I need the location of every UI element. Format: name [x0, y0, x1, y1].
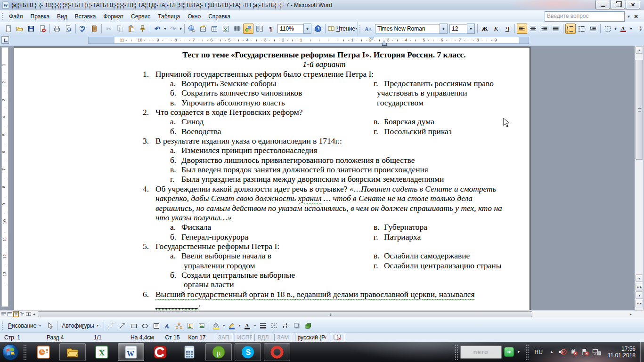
insert-table-button[interactable]	[209, 24, 220, 34]
font-value[interactable]: Times New Roman	[375, 24, 440, 33]
scroll-up-button[interactable]: ▲	[636, 46, 643, 54]
horizontal-ruler[interactable]: 1110987654321123456789	[88, 37, 529, 44]
font-color-dropdown-icon[interactable]: ▼	[629, 24, 633, 34]
taskbar-app-excel[interactable]: X	[89, 343, 115, 361]
menu-Правка[interactable]: Правка	[27, 11, 54, 22]
borders-dropdown-icon[interactable]: ▼	[613, 24, 618, 34]
taskbar-app-skype[interactable]: S	[235, 343, 261, 361]
select-objects-button[interactable]	[45, 321, 55, 331]
underline-button[interactable]: Ч	[502, 24, 513, 34]
research-button[interactable]	[89, 24, 99, 34]
status-mode-ЗАП[interactable]: ЗАП	[215, 334, 233, 341]
taskbar-app-calculator[interactable]	[176, 343, 203, 361]
document-map-button[interactable]	[254, 24, 265, 34]
columns-button[interactable]	[232, 24, 242, 34]
restore-button[interactable]	[611, 0, 625, 9]
fill-color-button[interactable]	[211, 321, 221, 331]
bold-button[interactable]: Ж	[480, 24, 490, 34]
menu-Формат[interactable]: Формат	[99, 11, 127, 22]
print-preview-button[interactable]	[63, 24, 73, 34]
threed-style-button[interactable]	[303, 321, 313, 331]
menubar-grip[interactable]	[1, 12, 3, 21]
tray-grip[interactable]	[455, 344, 458, 360]
read-mode-button[interactable]: Чтение	[327, 24, 355, 34]
oval-shape-button[interactable]	[140, 321, 150, 331]
shadow-style-button[interactable]	[292, 321, 302, 331]
autoshapes-menu-button[interactable]: Автофигуры▼	[59, 321, 102, 330]
paste-button[interactable]	[126, 24, 137, 34]
line-color-button[interactable]	[227, 321, 237, 331]
normal-view-button[interactable]	[1, 311, 7, 317]
next-page-button[interactable]: ▼▼	[636, 300, 643, 307]
menu-Файл[interactable]: Файл	[5, 11, 27, 22]
align-center-button[interactable]	[528, 24, 538, 34]
menu-Справка[interactable]: Справка	[204, 11, 234, 22]
combo-dropdown-icon[interactable]: ▼	[467, 24, 475, 34]
print-layout-view-button[interactable]	[13, 311, 19, 317]
new-document-button[interactable]	[3, 24, 14, 34]
taskbar-clock[interactable]: 17:56 11.01.2018	[608, 346, 636, 359]
open-folder-button[interactable]	[15, 24, 25, 34]
increase-indent-button[interactable]	[588, 24, 598, 34]
status-mode-ИСПР[interactable]: ИСПР	[235, 334, 253, 341]
insert-excel-button[interactable]: X	[220, 24, 231, 34]
tables-borders-button[interactable]	[198, 24, 208, 34]
menu-Вид[interactable]: Вид	[53, 11, 71, 22]
font-combo[interactable]: Times New Roman▼	[375, 24, 448, 34]
tab-selector[interactable]	[1, 36, 9, 44]
menu-Таблица[interactable]: Таблица	[154, 11, 184, 22]
font-color-2-dropdown-icon[interactable]: ▼	[253, 321, 257, 331]
scroll-right-button[interactable]: ►	[628, 311, 634, 317]
zoom-combo[interactable]: 110%▼	[277, 24, 311, 34]
taskbar-app-powerpoint[interactable]	[30, 343, 57, 361]
arrow-style-button[interactable]	[280, 321, 291, 331]
italic-button[interactable]: К	[491, 24, 501, 34]
help-button[interactable]: ?	[313, 24, 323, 34]
align-justify-button[interactable]	[551, 24, 561, 34]
permission-button[interactable]	[37, 24, 48, 34]
taskbar-app-opera[interactable]	[264, 343, 290, 361]
undo-button[interactable]: ↶	[152, 24, 163, 34]
save-button[interactable]	[26, 24, 36, 34]
previous-page-button[interactable]: ▲▲	[636, 283, 643, 290]
align-right-button[interactable]	[539, 24, 550, 34]
dash-style-button[interactable]	[269, 321, 279, 331]
horizontal-scroll-thumb[interactable]	[38, 311, 532, 317]
add-remove-buttons-chevron[interactable]: »▾	[637, 23, 644, 35]
format-painter-button[interactable]	[138, 24, 148, 34]
minimize-button[interactable]	[595, 0, 610, 9]
copy-button[interactable]	[115, 24, 125, 34]
menu-Окно[interactable]: Окно	[184, 11, 204, 22]
close-button[interactable]: ✕	[626, 0, 640, 9]
undo-dropdown-icon[interactable]: ▼	[163, 24, 167, 34]
draw-menu-button[interactable]: Рисование▼	[5, 321, 44, 330]
document-page[interactable]: Тест по теме «Государственные реформы Пе…	[14, 47, 530, 310]
taskbar-app-red-c-app[interactable]	[147, 343, 173, 361]
menu-Вставка[interactable]: Вставка	[71, 11, 100, 22]
start-button[interactable]	[1, 343, 19, 361]
align-left-button[interactable]	[517, 24, 527, 34]
volume-muted-icon[interactable]	[558, 348, 567, 356]
web-layout-view-button[interactable]	[7, 311, 13, 317]
taskbar-app-utorrent[interactable]: µ	[205, 343, 232, 361]
nero-dropdown-icon[interactable]: ▼	[517, 350, 521, 354]
taskbar-app-explorer[interactable]	[59, 343, 86, 361]
size-combo[interactable]: 12▼	[449, 24, 475, 34]
spelling-button[interactable]: ABC	[78, 24, 88, 34]
select-browse-object-button[interactable]: ●	[636, 291, 643, 299]
status-mode-ВДЛ[interactable]: ВДЛ	[254, 334, 272, 341]
print-button[interactable]	[52, 24, 62, 34]
numbered-list-button[interactable]: 123	[565, 24, 576, 34]
language-indicator[interactable]: RU	[535, 349, 543, 355]
reading-view-button[interactable]	[25, 311, 31, 317]
line-shape-button[interactable]	[106, 321, 116, 331]
wordart-button[interactable]: A	[163, 321, 173, 331]
line-style-button[interactable]	[258, 321, 268, 331]
question-close-icon[interactable]: ✕	[633, 12, 639, 21]
tray-grip-2[interactable]	[525, 344, 529, 360]
cut-button[interactable]: ✂	[104, 24, 114, 34]
arrow-shape-button[interactable]	[117, 321, 128, 331]
font-color-2-button[interactable]: А	[242, 321, 253, 331]
spelling-status-icon[interactable]	[331, 334, 345, 341]
combo-dropdown-icon[interactable]: ▼	[303, 24, 311, 34]
